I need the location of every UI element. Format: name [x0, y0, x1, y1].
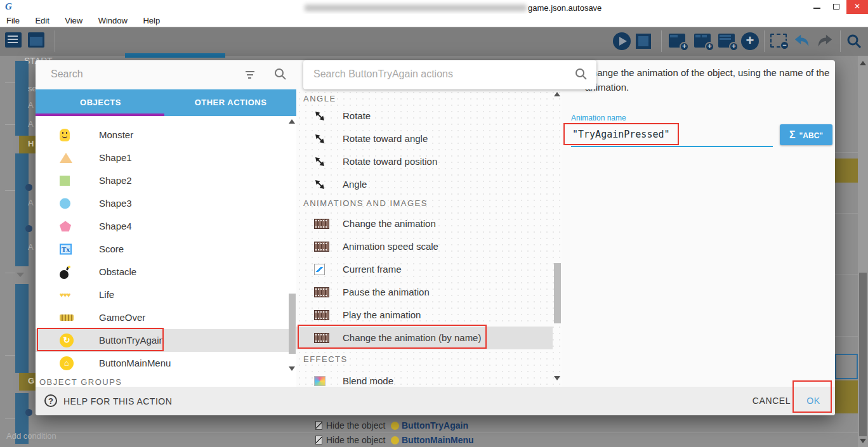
project-manager-button[interactable]: [5, 32, 22, 48]
scroll-down-icon[interactable]: [289, 366, 295, 371]
film-strip-icon: [314, 287, 329, 297]
cancel-button[interactable]: CANCEL: [746, 396, 797, 406]
scroll-up-icon[interactable]: [554, 92, 560, 96]
menu-file[interactable]: File: [0, 14, 26, 25]
action-row-animation-speed-scale[interactable]: Animation speed scale: [296, 235, 553, 258]
debug-button[interactable]: [636, 32, 651, 49]
delete-event-button[interactable]: [770, 32, 787, 48]
main-toolbar: +: [0, 27, 868, 56]
gameover-sprite-icon: [60, 314, 74, 321]
monster-sprite-icon: [60, 129, 70, 141]
object-row-buttonmainmenu[interactable]: ⌂ButtonMainMenu: [36, 352, 289, 375]
plus-badge-icon: [705, 42, 714, 51]
action-row-change-animation[interactable]: Change the animation: [296, 212, 553, 235]
search-icon: [575, 68, 588, 81]
play-icon: [619, 37, 627, 46]
action-row-rotate-toward-position[interactable]: Rotate toward position: [296, 150, 553, 173]
object-row-score[interactable]: Score: [36, 238, 289, 261]
action-description: Change the animation of the object, usin…: [585, 65, 834, 95]
rotate-arrow-icon: [314, 156, 326, 167]
object-row-life[interactable]: ♥♥♥Life: [36, 283, 289, 306]
film-strip-icon: [314, 219, 329, 229]
event-indent-bar: [15, 153, 29, 266]
menu-view[interactable]: View: [58, 14, 89, 25]
annotation-box-change-animation-by-name: [298, 325, 487, 349]
window-icon: [30, 37, 43, 46]
object-row-shape3[interactable]: Shape3: [36, 192, 289, 215]
objects-search-field[interactable]: Search: [36, 60, 296, 89]
object-row-gameover[interactable]: GameOver: [36, 306, 289, 329]
dialog-footer: ? HELP FOR THIS ACTION CANCEL OK: [36, 387, 835, 415]
object-thumbnail-icon: [391, 422, 399, 430]
toolbar-search-button[interactable]: [846, 34, 862, 51]
circle-sprite-icon: [60, 198, 70, 209]
add-event-button[interactable]: [669, 32, 685, 48]
angle-arrow-icon: [314, 179, 326, 190]
scrollbar-thumb[interactable]: [289, 294, 296, 354]
action-row-play-animation[interactable]: Play the animation: [296, 304, 553, 327]
scroll-down-icon[interactable]: [860, 439, 866, 443]
section-angle-header: ANGLE: [303, 94, 336, 103]
actions-search-field[interactable]: Search ButtonTryAgain actions: [303, 60, 596, 89]
action-row-pause-animation[interactable]: Pause the animation: [296, 281, 553, 304]
object-row-shape1[interactable]: Shape1: [36, 146, 289, 169]
preview-button[interactable]: [613, 32, 631, 50]
object-groups-header: OBJECT GROUPS: [39, 377, 122, 387]
annotation-box-animation-name-value: [563, 123, 679, 145]
scene-window-button[interactable]: [28, 32, 44, 48]
plus-badge-icon: [680, 42, 689, 51]
input-underline: [571, 146, 773, 147]
maximize-button[interactable]: [827, 0, 846, 14]
scroll-down-icon[interactable]: [554, 376, 560, 380]
add-comment-button[interactable]: [718, 32, 735, 48]
choose-event-type-button[interactable]: +: [741, 32, 759, 50]
tab-objects[interactable]: OBJECTS: [36, 89, 166, 116]
filter-icon[interactable]: [244, 70, 256, 79]
object-row-shape2[interactable]: Shape2: [36, 169, 289, 192]
animation-name-label: Animation name: [571, 113, 626, 122]
scrollbar-thumb[interactable]: [554, 263, 561, 323]
action-row-rotate-toward-angle[interactable]: Rotate toward angle: [296, 127, 553, 150]
minimize-icon: [813, 8, 820, 9]
text-object-icon: [60, 244, 72, 255]
object-thumbnail-icon: [391, 436, 399, 444]
window-title: game.json.autosave: [305, 2, 660, 12]
help-for-this-action-link[interactable]: HELP FOR THIS ACTION: [63, 396, 172, 406]
frame-page-icon: [314, 264, 325, 275]
comment-row-clipped: H: [19, 136, 36, 153]
action-row-rotate[interactable]: Rotate: [296, 105, 553, 127]
scroll-up-icon[interactable]: [289, 119, 295, 124]
menu-help[interactable]: Help: [136, 14, 166, 25]
tab-other-actions[interactable]: OTHER ACTIONS: [166, 89, 296, 116]
object-row-shape4[interactable]: Shape4: [36, 215, 289, 238]
menu-window[interactable]: Window: [92, 14, 134, 25]
event-indent-bar: [15, 284, 29, 373]
action-row-angle[interactable]: Angle: [296, 173, 553, 196]
hearts-sprite-icon: ♥♥♥: [60, 291, 70, 299]
menu-bar: File Edit View Window Help: [0, 14, 868, 27]
undo-icon: [793, 33, 811, 49]
app-window: G game.json.autosave ✕ File Edit View Wi…: [0, 0, 868, 447]
clipped-text: A: [28, 198, 34, 207]
object-row-obstacle[interactable]: Obstacle: [36, 261, 289, 283]
scrollbar-thumb[interactable]: [859, 273, 867, 436]
undo-button[interactable]: [793, 33, 811, 52]
action-row-blend-mode[interactable]: Blend mode: [296, 370, 553, 387]
scroll-up-icon[interactable]: [860, 61, 866, 65]
selected-event-outline: [835, 354, 858, 379]
object-row-monster[interactable]: Monster: [36, 124, 289, 146]
triangle-sprite-icon: [60, 153, 72, 163]
add-subevent-button[interactable]: [694, 32, 711, 48]
clipped-text: A: [28, 242, 34, 252]
edit-action-dialog: Search OBJECTS OTHER ACTIONS Monster Sha…: [36, 60, 835, 415]
menu-edit[interactable]: Edit: [29, 14, 55, 25]
pentagon-sprite-icon: [60, 221, 71, 232]
expression-editor-button[interactable]: Σ"ABC": [780, 124, 832, 145]
comment-row-clipped: [835, 380, 858, 413]
action-row-current-frame[interactable]: Current frame: [296, 258, 553, 281]
comment-row-clipped: [835, 159, 858, 183]
minimize-button[interactable]: [807, 0, 827, 14]
close-button[interactable]: ✕: [846, 0, 868, 14]
event-action-row: Hide the object ButtonTryAgain: [36, 418, 858, 433]
redo-button[interactable]: [816, 33, 834, 52]
